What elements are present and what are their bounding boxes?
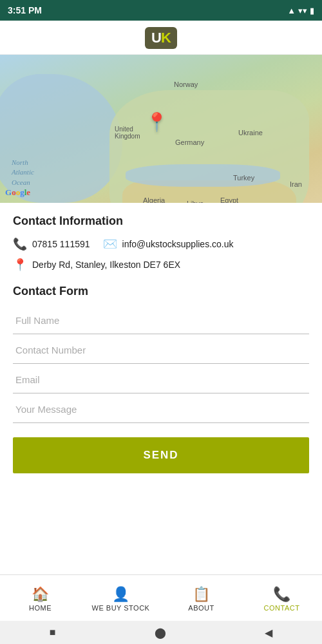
back-button[interactable]: ◀ <box>265 627 272 639</box>
map-label-turkey: Turkey <box>233 174 254 182</box>
home-button[interactable]: ⬤ <box>155 627 166 639</box>
send-button[interactable]: SEND <box>13 437 309 473</box>
map-label-egypt: Egypt <box>220 196 238 203</box>
nav-item-we-buy-stock[interactable]: 👤 WE BUY STOCK <box>80 575 161 621</box>
map-label-norway: Norway <box>174 80 198 88</box>
contact-row-phone-email: 📞 07815 111591 ✉️ info@ukstocksupplies.c… <box>13 237 309 251</box>
nav-item-home[interactable]: 🏠 HOME <box>0 575 80 621</box>
contact-number-input[interactable] <box>13 337 309 364</box>
battery-icon: ▮ <box>310 6 314 15</box>
nav-item-contact[interactable]: 📞 CONTACT <box>242 575 322 621</box>
email-icon: ✉️ <box>103 237 117 251</box>
recent-apps-button[interactable]: ■ <box>50 627 56 638</box>
nav-label-home: HOME <box>29 604 52 612</box>
phone-number: 07815 111591 <box>32 239 90 249</box>
nav-label-we-buy-stock: WE BUY STOCK <box>92 604 150 612</box>
wifi-icon: ▾▾ <box>298 6 307 15</box>
contact-info-title: Contact Information <box>13 214 309 228</box>
phone-item: 📞 07815 111591 <box>13 237 90 251</box>
main-content: Contact Information 📞 07815 111591 ✉️ in… <box>0 203 322 563</box>
map-label-atlantic: NorthAtlanticOcean <box>12 158 34 187</box>
map-label-iran: Iran <box>290 180 302 188</box>
system-nav: ■ ⬤ ◀ <box>0 621 322 644</box>
map-label-algeria: Algeria <box>143 196 165 203</box>
email-input[interactable] <box>13 366 309 393</box>
nav-label-about: ABOUT <box>188 604 214 612</box>
address-item: 📍 Derby Rd, Stanley, Ilkeston DE7 6EX <box>13 258 180 272</box>
map-label-germany: Germany <box>175 138 204 146</box>
we-buy-stock-icon: 👤 <box>112 586 129 603</box>
address-text: Derby Rd, Stanley, Ilkeston DE7 6EX <box>32 260 180 270</box>
email-item: ✉️ info@ukstocksupplies.co.uk <box>103 237 234 251</box>
google-logo: Google <box>5 187 30 198</box>
about-icon: 📋 <box>193 586 210 603</box>
contact-form-title: Contact Form <box>13 285 309 298</box>
signal-icon: ▲ <box>287 6 296 15</box>
map-label-ukraine: Ukraine <box>238 129 263 137</box>
message-input[interactable] <box>13 396 309 423</box>
full-name-input[interactable] <box>13 307 309 334</box>
logo: UK <box>145 27 177 49</box>
email-address: info@ukstocksupplies.co.uk <box>122 239 234 249</box>
bottom-nav: 🏠 HOME 👤 WE BUY STOCK 📋 ABOUT 📞 CONTACT <box>0 574 322 621</box>
map-label-uk: UnitedKingdom <box>115 126 140 140</box>
phone-icon: 📞 <box>13 237 27 251</box>
map-pin: 📍 <box>146 111 168 133</box>
map: NorthAtlanticOcean Norway UnitedKingdom … <box>0 55 322 203</box>
nav-label-contact: CONTACT <box>264 604 300 612</box>
contact-form-section: Contact Form SEND <box>13 285 309 473</box>
logo-text: UK <box>151 30 171 46</box>
status-time: 3:51 PM <box>8 5 42 15</box>
location-icon: 📍 <box>13 258 27 272</box>
status-icons: ▲ ▾▾ ▮ <box>287 6 314 15</box>
contact-icon: 📞 <box>273 586 290 603</box>
contact-row-address: 📍 Derby Rd, Stanley, Ilkeston DE7 6EX <box>13 258 309 272</box>
header: UK <box>0 21 322 55</box>
status-bar: 3:51 PM ▲ ▾▾ ▮ <box>0 0 322 21</box>
contact-info-section: Contact Information 📞 07815 111591 ✉️ in… <box>13 214 309 272</box>
home-icon: 🏠 <box>32 586 49 603</box>
nav-item-about[interactable]: 📋 ABOUT <box>161 575 242 621</box>
map-label-libya: Libya <box>187 200 204 203</box>
